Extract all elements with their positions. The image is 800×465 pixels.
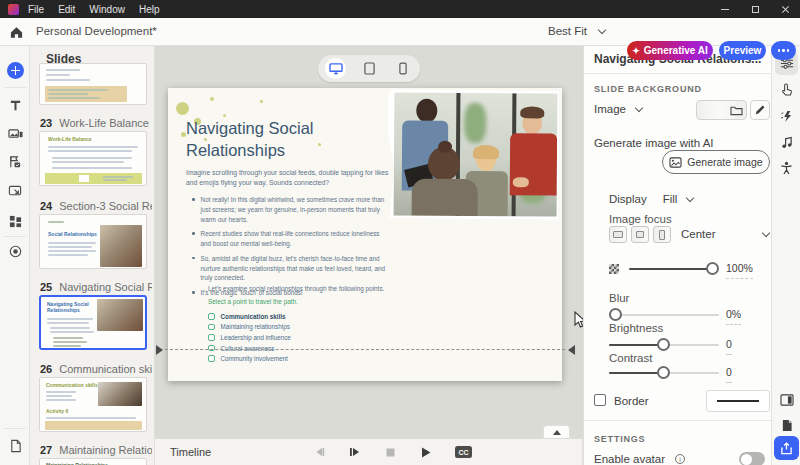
slide-intro-text[interactable]: Imagine scrolling through your social fe… — [186, 168, 394, 188]
expand-timeline-button[interactable] — [543, 425, 570, 438]
timing-guide-line[interactable] — [165, 349, 565, 350]
slide-label[interactable]: 24 Section-3 Social Relations... — [40, 200, 152, 212]
record-tool-button[interactable] — [0, 239, 30, 263]
export-frame-button[interactable] — [0, 179, 30, 203]
step-forward-icon — [349, 447, 360, 457]
brightness-value[interactable]: 0 — [726, 338, 732, 355]
chevron-up-icon — [553, 430, 561, 435]
share-button[interactable] — [774, 436, 799, 460]
focus-landscape-button[interactable] — [609, 226, 627, 243]
accessibility-tab-button[interactable] — [772, 156, 800, 180]
pages-button[interactable] — [0, 434, 30, 458]
text-tool-button[interactable] — [0, 93, 30, 117]
home-button[interactable] — [7, 23, 25, 41]
zoom-fit-dropdown[interactable]: Best Fit — [548, 25, 605, 37]
animation-tab-button[interactable] — [772, 104, 800, 128]
media-tool-button[interactable] — [0, 122, 30, 146]
slide-label[interactable]: 26 Communication skills — [40, 363, 152, 375]
mouse-cursor — [573, 311, 583, 329]
brand-tool-button[interactable] — [0, 150, 30, 174]
generative-ai-button[interactable]: ✦ Generative AI — [627, 41, 713, 60]
slide-examine-text[interactable]: Let's examine social relationships throu… — [208, 285, 408, 292]
focus-position-dropdown[interactable]: Center — [681, 228, 769, 240]
stop-button[interactable] — [381, 444, 399, 460]
preview-button[interactable]: Preview — [719, 41, 766, 60]
display-dropdown[interactable]: Fill — [663, 193, 694, 205]
device-desktop-button[interactable] — [325, 58, 346, 79]
plus-icon — [7, 62, 24, 79]
pencil-icon — [754, 104, 766, 116]
slide-checkpoint-list[interactable]: Communication skills Maintaining relatio… — [208, 311, 291, 364]
home-icon — [9, 25, 24, 40]
slide-label[interactable]: 27 Maintaining Relationships — [40, 444, 152, 456]
slide-select-path-text[interactable]: Select a point to travel the path. — [208, 298, 298, 305]
slide-thumbnail[interactable]: Maintaining Relationships — [39, 458, 147, 465]
tablet-icon — [364, 62, 375, 75]
menu-file[interactable]: File — [28, 4, 44, 15]
captions-button[interactable]: CC — [455, 446, 472, 458]
slide-thumbnail[interactable] — [39, 63, 147, 105]
slide-label[interactable]: 25 Navigating Social Relations... — [40, 281, 152, 293]
menu-help[interactable]: Help — [139, 4, 160, 15]
slide-thumbnail-selected[interactable]: Navigating Social Relationships — [39, 295, 147, 350]
interactivity-tab-button[interactable] — [772, 78, 800, 102]
maximize-button[interactable] — [740, 0, 770, 18]
chevron-down-icon — [598, 25, 606, 33]
bullet-item: Not really! In this digital whirlwind, w… — [201, 195, 388, 224]
play-button[interactable] — [417, 444, 435, 460]
grid-icon — [9, 215, 22, 228]
device-phone-button[interactable] — [393, 58, 413, 79]
checkbox-icon — [208, 334, 215, 341]
step-forward-button[interactable] — [345, 444, 363, 460]
document-title[interactable]: Personal Development* — [36, 25, 157, 37]
checkbox-icon — [208, 313, 215, 320]
blur-slider[interactable] — [609, 308, 719, 322]
checkpoint-item[interactable]: Communication skills — [208, 311, 291, 322]
border-checkbox[interactable] — [594, 394, 606, 406]
elements-tool-button[interactable] — [0, 209, 30, 233]
blur-value[interactable]: 0% — [726, 308, 741, 325]
slide-thumbnail[interactable]: Social Relationships — [39, 214, 147, 269]
contrast-value[interactable]: 0 — [726, 366, 732, 383]
enable-avatar-toggle[interactable] — [739, 452, 765, 465]
slide-thumbnail[interactable]: Communication skills Activity 6 — [39, 377, 147, 432]
checkpoint-item[interactable]: Maintaining relationships — [208, 322, 291, 333]
opacity-value[interactable]: 100% — [726, 262, 753, 279]
skip-back-button[interactable] — [310, 444, 328, 460]
close-button[interactable] — [770, 0, 800, 18]
slide-canvas[interactable]: Navigating Social Relationships Imagine … — [168, 88, 562, 381]
edit-image-button[interactable] — [750, 100, 770, 120]
text-icon — [9, 99, 22, 112]
slide-photo[interactable] — [394, 92, 558, 216]
more-options-button[interactable] — [771, 41, 796, 60]
page-icon — [9, 439, 22, 453]
menu-edit[interactable]: Edit — [58, 4, 75, 15]
image-swatch-button[interactable] — [696, 100, 747, 120]
focus-portrait-button[interactable] — [653, 226, 671, 243]
audio-tab-button[interactable] — [772, 130, 800, 154]
layout-tab-button[interactable] — [772, 388, 800, 412]
checkbox-icon — [208, 355, 215, 362]
menu-window[interactable]: Window — [89, 4, 125, 15]
opacity-slider[interactable] — [629, 262, 719, 276]
brightness-label: Brightness — [609, 322, 663, 334]
notes-tab-button[interactable] — [772, 413, 800, 437]
slide-thumbnail[interactable]: Work-Life Balance — [39, 131, 147, 186]
minimize-button[interactable] — [710, 0, 740, 18]
checkpoint-item[interactable]: Community involvement — [208, 353, 291, 364]
contrast-slider[interactable] — [609, 366, 719, 380]
slide-title[interactable]: Navigating Social Relationships — [186, 118, 361, 162]
info-icon[interactable]: i — [675, 454, 685, 464]
background-type-dropdown[interactable]: Image — [594, 103, 642, 115]
app-window: File Edit Window Help Personal Developme… — [0, 0, 800, 465]
checkpoint-item[interactable]: Leadership and influence — [208, 332, 291, 343]
brightness-slider[interactable] — [609, 338, 719, 352]
slide-label[interactable]: 23 Work-Life Balance — [40, 117, 152, 129]
device-tablet-button[interactable] — [360, 58, 380, 79]
guide-handle-left[interactable] — [156, 345, 163, 355]
border-style-button[interactable] — [706, 390, 770, 412]
generate-image-button[interactable]: Generate image — [662, 150, 770, 174]
add-content-button[interactable] — [0, 58, 30, 82]
focus-square-button[interactable] — [631, 226, 649, 243]
guide-handle-right[interactable] — [568, 345, 575, 355]
